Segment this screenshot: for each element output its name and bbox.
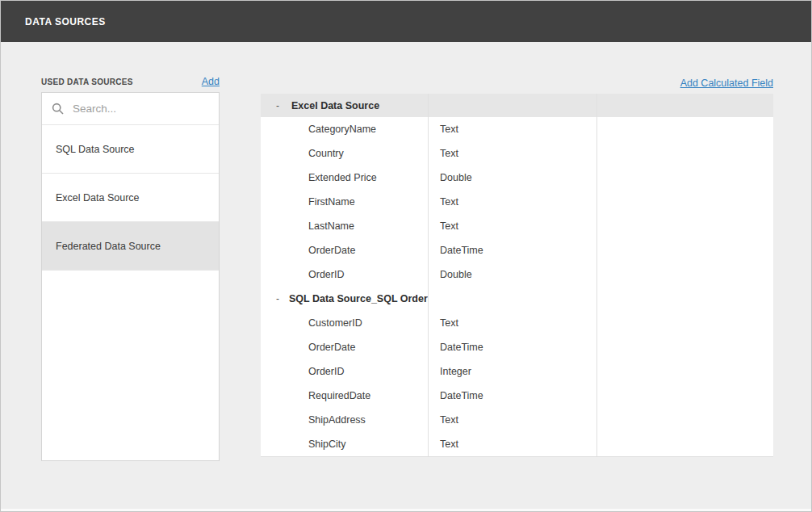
field-name: OrderDate: [308, 342, 355, 353]
field-group-row[interactable]: -Excel Data Source: [261, 94, 773, 117]
field-name-cell: ShipCity: [261, 432, 429, 456]
group-extra-cell: [597, 94, 773, 117]
data-source-item-label: Federated Data Source: [56, 241, 161, 252]
field-type-cell: Double: [429, 262, 597, 287]
field-group-cell: -SQL Data Source_SQL Orders: [261, 287, 429, 311]
field-type: DateTime: [440, 342, 483, 353]
data-source-item[interactable]: Federated Data Source: [42, 222, 219, 271]
page-title: DATA SOURCES: [25, 16, 106, 27]
field-type-cell: Text: [429, 141, 597, 166]
data-sources-page: DATA SOURCES USED DATA SOURCES Add SQL D…: [0, 0, 812, 512]
search-input[interactable]: [71, 102, 209, 115]
collapse-toggle-icon[interactable]: -: [276, 100, 282, 111]
field-row[interactable]: CustomerIDText: [261, 311, 773, 335]
field-type-cell: Text: [429, 117, 597, 141]
field-name-cell: OrderDate: [261, 238, 429, 262]
field-extra-cell: [597, 359, 773, 384]
field-extra-cell: [597, 262, 773, 287]
data-source-item[interactable]: Excel Data Source: [42, 174, 219, 222]
field-extra-cell: [597, 117, 773, 141]
data-source-item-label: Excel Data Source: [56, 192, 140, 204]
field-name-cell: RequiredDate: [261, 384, 429, 408]
field-type: Text: [440, 439, 458, 450]
field-type: DateTime: [440, 245, 483, 256]
field-name-cell: Country: [261, 141, 429, 166]
field-type-cell: DateTime: [429, 238, 597, 262]
field-extra-cell: [597, 238, 773, 262]
field-type: Text: [440, 196, 458, 208]
field-name-cell: OrderID: [261, 262, 429, 287]
used-data-sources-panel: USED DATA SOURCES Add SQL Data SourceExc…: [41, 76, 220, 461]
data-source-item-label: SQL Data Source: [56, 144, 135, 155]
field-name-cell: LastName: [261, 214, 429, 238]
field-type: Text: [440, 414, 458, 426]
field-row[interactable]: ShipCityText: [261, 432, 773, 456]
field-extra-cell: [597, 311, 773, 335]
field-row[interactable]: RequiredDateDateTime: [261, 384, 773, 408]
used-data-sources-header: USED DATA SOURCES Add: [41, 76, 220, 87]
field-name: CustomerID: [308, 317, 362, 329]
field-extra-cell: [597, 166, 773, 190]
field-group-row[interactable]: -SQL Data Source_SQL Orders: [261, 287, 773, 311]
used-data-sources-label: USED DATA SOURCES: [41, 78, 133, 86]
field-extra-cell: [597, 432, 773, 456]
field-type: Text: [440, 317, 458, 329]
fields-table: -Excel Data SourceCategoryNameTextCountr…: [261, 94, 773, 457]
field-type-cell: Double: [429, 166, 597, 190]
field-type-cell: Text: [429, 190, 597, 214]
add-calculated-field-link[interactable]: Add Calculated Field: [680, 78, 773, 89]
field-name-cell: Extended Price: [261, 166, 429, 190]
field-extra-cell: [597, 141, 773, 166]
field-row[interactable]: FirstNameText: [261, 190, 773, 214]
field-row[interactable]: OrderDateDateTime: [261, 238, 773, 262]
field-row[interactable]: OrderDateDateTime: [261, 335, 773, 359]
field-row[interactable]: Extended PriceDouble: [261, 166, 773, 190]
field-group-name: SQL Data Source_SQL Orders: [289, 293, 429, 304]
field-name-cell: ShipAddress: [261, 408, 429, 432]
field-type: DateTime: [440, 390, 483, 401]
field-name-cell: CategoryName: [261, 117, 429, 141]
field-type-cell: DateTime: [429, 335, 597, 359]
field-name: LastName: [308, 220, 354, 232]
field-type: Text: [440, 124, 458, 135]
add-data-source-link[interactable]: Add: [202, 76, 220, 87]
data-source-item[interactable]: SQL Data Source: [42, 125, 219, 174]
field-name-cell: CustomerID: [261, 311, 429, 335]
field-group-cell: -Excel Data Source: [261, 94, 429, 117]
collapse-toggle-icon[interactable]: -: [276, 293, 279, 304]
field-name: OrderID: [308, 269, 344, 280]
calculated-field-header: Add Calculated Field: [261, 75, 773, 87]
field-name: RequiredDate: [308, 390, 370, 401]
field-extra-cell: [597, 408, 773, 432]
data-source-items: SQL Data SourceExcel Data SourceFederate…: [42, 125, 219, 271]
field-name: Country: [308, 148, 344, 159]
field-extra-cell: [597, 214, 773, 238]
bottom-strip: [1, 509, 811, 511]
field-name: ShipAddress: [308, 414, 366, 426]
field-row[interactable]: OrderIDInteger: [261, 359, 773, 384]
field-name: OrderID: [308, 366, 344, 377]
field-type-cell: Text: [429, 214, 597, 238]
data-source-list: SQL Data SourceExcel Data SourceFederate…: [41, 92, 220, 461]
field-type: Text: [440, 148, 458, 159]
field-name-cell: FirstName: [261, 190, 429, 214]
search-icon: [52, 103, 64, 115]
field-type: Integer: [440, 366, 471, 377]
field-row[interactable]: CountryText: [261, 141, 773, 166]
field-type: Double: [440, 172, 472, 183]
field-name: FirstName: [308, 196, 355, 208]
field-row[interactable]: ShipAddressText: [261, 408, 773, 432]
field-type-cell: Text: [429, 432, 597, 456]
field-type-cell: Text: [429, 311, 597, 335]
search-box[interactable]: [42, 93, 219, 125]
field-row[interactable]: CategoryNameText: [261, 117, 773, 141]
field-name-cell: OrderDate: [261, 335, 429, 359]
field-extra-cell: [597, 335, 773, 359]
field-row[interactable]: LastNameText: [261, 214, 773, 238]
field-type-cell: DateTime: [429, 384, 597, 408]
field-extra-cell: [597, 190, 773, 214]
field-name: OrderDate: [308, 245, 355, 256]
field-type: Double: [440, 269, 472, 280]
field-name: Extended Price: [308, 172, 377, 183]
field-row[interactable]: OrderIDDouble: [261, 262, 773, 287]
